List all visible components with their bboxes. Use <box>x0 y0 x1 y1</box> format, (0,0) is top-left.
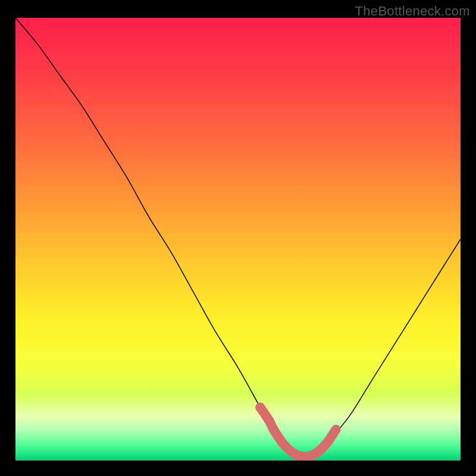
plot-svg <box>15 18 461 461</box>
plot-area <box>15 18 461 461</box>
optimal-range-dot <box>269 425 278 434</box>
chart-frame: TheBottleneck.com <box>0 0 476 476</box>
watermark-text: TheBottleneck.com <box>355 4 470 19</box>
gradient-background <box>15 18 461 461</box>
optimal-range-dot <box>255 403 265 412</box>
optimal-range-dot <box>264 416 274 425</box>
